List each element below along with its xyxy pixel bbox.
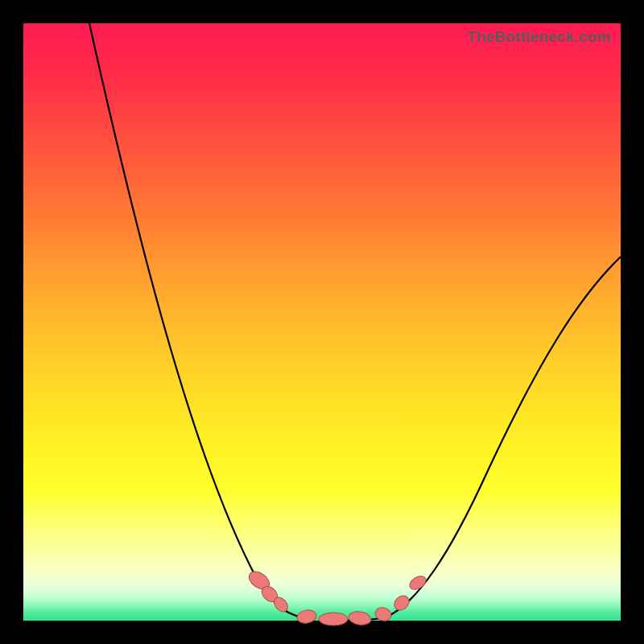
- chart-markers: [246, 568, 428, 626]
- marker-point: [391, 592, 412, 613]
- marker-point: [296, 609, 317, 625]
- marker-point: [407, 573, 428, 592]
- chart-svg: [23, 23, 621, 621]
- curve-right-branch: [329, 257, 621, 621]
- chart-plot-area: TheBottleneck.com: [23, 23, 621, 621]
- chart-curves: [89, 23, 621, 621]
- marker-point: [348, 610, 372, 626]
- marker-point: [374, 605, 393, 623]
- marker-point: [319, 613, 348, 625]
- curve-left-branch: [89, 23, 313, 619]
